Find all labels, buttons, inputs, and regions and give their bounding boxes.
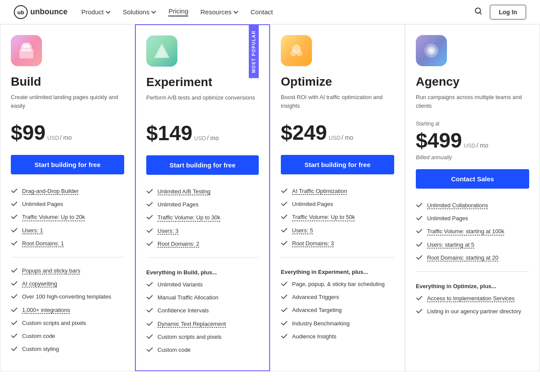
feature-item: Root Domains: starting at 20 — [416, 251, 529, 264]
cta-button-build[interactable]: Start building for free — [11, 155, 124, 174]
check-icon — [281, 187, 288, 194]
features-basic-optimize: AI Traffic Optimization Unlimited Pages … — [281, 185, 394, 250]
login-button[interactable]: Log In — [490, 5, 526, 19]
feature-item: Advanced Triggers — [281, 291, 394, 304]
features-divider-build — [11, 257, 124, 257]
check-icon — [146, 227, 153, 234]
feature-item: Custom styling — [11, 343, 124, 356]
check-icon — [11, 280, 18, 287]
features-extra-optimize: Page, popup, & sticky bar scheduling Adv… — [281, 278, 394, 343]
feature-item: Drag-and-Drop Builder — [11, 185, 124, 198]
plan-price-usd-experiment: USD — [194, 135, 206, 141]
feature-item: 1,000+ integrations — [11, 304, 124, 317]
plan-price-amount-optimize: $249 — [281, 121, 327, 145]
plan-desc-build: Create unlimited landing pages quickly a… — [11, 93, 124, 112]
check-icon — [416, 308, 423, 315]
feature-item: AI Traffic Optimization — [281, 185, 394, 198]
check-icon — [146, 201, 153, 208]
plan-price-period-optimize: / mo — [341, 134, 353, 141]
svg-point-2 — [476, 8, 481, 13]
everything-plus-optimize: Everything in Experiment, plus... — [281, 264, 394, 278]
check-icon — [281, 200, 288, 207]
cta-button-agency[interactable]: Contact Sales — [416, 169, 529, 189]
check-icon — [11, 227, 18, 234]
check-icon — [146, 307, 153, 314]
features-divider-optimize — [281, 257, 394, 257]
check-icon — [11, 240, 18, 247]
plan-card-build: BuildCreate unlimited landing pages quic… — [0, 24, 135, 371]
check-icon — [146, 320, 153, 327]
check-icon — [146, 346, 153, 353]
plan-price-amount-experiment: $149 — [146, 121, 193, 145]
svg-point-13 — [429, 48, 434, 53]
logo-text: unbounce — [30, 7, 68, 16]
feature-item: AI copywriting — [11, 277, 124, 290]
nav-contact[interactable]: Contact — [251, 8, 273, 16]
plan-name-agency: Agency — [416, 75, 529, 89]
svg-text:ub: ub — [17, 9, 24, 16]
feature-item: Custom scripts and pixels — [146, 331, 259, 344]
feature-item: Dynamic Text Replacement — [146, 318, 259, 331]
plan-icon-agency — [416, 35, 447, 66]
plan-icon-build — [11, 35, 42, 66]
feature-item: Popups and sticky bars — [11, 264, 124, 277]
nav-actions: Log In — [474, 5, 526, 19]
check-icon — [146, 214, 153, 221]
logo[interactable]: ub unbounce — [14, 5, 68, 19]
plan-card-agency: AgencyRun campaigns across multiple team… — [405, 24, 540, 371]
check-icon — [11, 332, 18, 339]
nav-resources[interactable]: Resources — [200, 8, 238, 16]
plan-price-optimize: $249 USD / mo — [281, 121, 394, 145]
plan-price-period-experiment: / mo — [207, 135, 219, 141]
nav-pricing[interactable]: Pricing — [168, 7, 188, 16]
svg-point-9 — [290, 50, 296, 56]
check-icon — [281, 293, 288, 300]
check-icon — [11, 267, 18, 274]
check-icon — [146, 188, 153, 195]
feature-item: Manual Traffic Allocation — [146, 291, 259, 304]
features-basic-build: Drag-and-Drop Builder Unlimited Pages Tr… — [11, 185, 124, 250]
features-divider-agency — [416, 271, 529, 272]
feature-item: Unlimited Pages — [146, 198, 259, 211]
feature-item: Root Domains: 1 — [11, 237, 124, 250]
check-icon — [281, 240, 288, 247]
feature-item: Over 100 high-converting templates — [11, 290, 124, 303]
everything-plus-experiment: Everything in Build, plus... — [146, 265, 259, 278]
check-icon — [281, 320, 288, 327]
check-icon — [11, 319, 18, 326]
feature-item: Root Domains: 3 — [281, 237, 394, 250]
plan-price-amount-agency: $499 — [416, 129, 462, 152]
features-divider-experiment — [146, 257, 259, 258]
search-icon[interactable] — [474, 7, 483, 17]
feature-item: Traffic Volume: Up to 50k — [281, 211, 394, 224]
feature-item: Unlimited Collaborations — [416, 199, 529, 212]
logo-icon: ub — [14, 5, 28, 19]
plan-price-build: $99 USD / mo — [11, 121, 124, 145]
plan-desc-optimize: Boost ROI with AI traffic optimization a… — [281, 93, 394, 112]
check-icon — [11, 306, 18, 313]
check-icon — [281, 280, 288, 287]
cta-button-experiment[interactable]: Start building for free — [146, 155, 259, 175]
chevron-down-icon — [151, 10, 156, 15]
cta-button-optimize[interactable]: Start building for free — [281, 155, 394, 174]
nav-product[interactable]: Product — [81, 8, 111, 16]
plan-desc-agency: Run campaigns across multiple teams and … — [416, 93, 529, 112]
check-icon — [11, 293, 18, 300]
feature-item: Page, popup, & sticky bar scheduling — [281, 278, 394, 291]
check-icon — [416, 241, 423, 248]
plan-price-agency: $499 USD / mo — [416, 129, 529, 152]
plan-icon-optimize — [281, 35, 312, 66]
feature-item: Custom code — [11, 330, 124, 343]
features-extra-agency: Access to Implementation Services Listin… — [416, 292, 529, 318]
check-icon — [416, 228, 423, 235]
feature-item: Unlimited Pages — [416, 212, 529, 225]
everything-plus-agency: Everything in Optimize, plus... — [416, 279, 529, 292]
feature-item: Audience Insights — [281, 330, 394, 343]
plan-price-usd-agency: USD — [464, 142, 476, 149]
nav-solutions[interactable]: Solutions — [123, 8, 157, 16]
check-icon — [146, 333, 153, 340]
feature-item: Confidence Intervals — [146, 304, 259, 317]
features-basic-experiment: Unlimited A/B Testing Unlimited Pages Tr… — [146, 185, 259, 251]
plan-name-build: Build — [11, 75, 124, 89]
check-icon — [146, 294, 153, 301]
